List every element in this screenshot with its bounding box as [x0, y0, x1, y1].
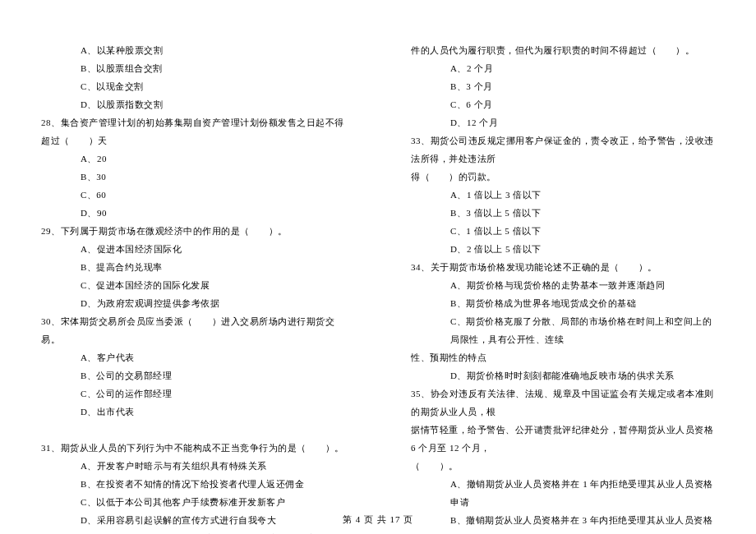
- q29-opt-a: A、促进本国经济国际化: [41, 240, 345, 258]
- q30-opt-d: D、出市代表: [41, 403, 345, 421]
- q31-opt-b: B、在投资者不知情的情况下给投资者代理人返还佣金: [41, 475, 345, 493]
- q28-opt-c: C、60: [41, 186, 345, 204]
- column-right: 件的人员代为履行职责，但代为履行职责的时间不得超过（ ）。 A、2 个月 B、3…: [378, 41, 756, 476]
- q35-stem-part2: 据情节轻重，给予警告、公开谴责批评纪律处分，暂停期货从业人员资格 6 个月至 1…: [411, 421, 715, 457]
- q27-opt-a: A、以某种股票交割: [41, 41, 345, 59]
- q31-opt-a: A、开发客户时暗示与有关组织具有特殊关系: [41, 457, 345, 475]
- q34-opt-c-part2: 性、预期性的特点: [411, 348, 715, 366]
- q34-opt-d: D、期货价格时时刻刻都能准确地反映市场的供求关系: [411, 366, 715, 384]
- q30-opt-c: C、公司的运作部经理: [41, 384, 345, 403]
- q33-opt-b: B、3 倍以上 5 倍以下: [411, 204, 715, 222]
- q29-opt-c: C、促进本国经济的国际化发展: [41, 276, 345, 294]
- q30-opt-b: B、公司的交易部经理: [41, 366, 345, 384]
- q34-opt-b: B、期货价格成为世界各地现货成交价的基础: [411, 294, 715, 312]
- q27-opt-c: C、以现金交割: [41, 77, 345, 95]
- q28-opt-a: A、20: [41, 150, 345, 168]
- q31-opt-c: C、以低于本公司其他客户手续费标准开发新客户: [41, 493, 345, 511]
- q30-stem: 30、宋体期货交易所会员应当委派（ ）进入交易所场内进行期货交易。: [41, 312, 345, 348]
- q32-opt-c: C、6 个月: [411, 95, 715, 113]
- q35-stem-part1: 35、协会对违反有关法律、法规、规章及中国证监会有关规定或者本准则的期货从业人员…: [411, 384, 715, 421]
- q35-stem-part3: （ ）。: [411, 457, 715, 475]
- q28-opt-b: B、30: [41, 168, 345, 186]
- column-left: A、以某种股票交割 B、以股票组合交割 C、以现金交割 D、以股票指数交割 28…: [0, 41, 378, 476]
- q27-opt-b: B、以股票组合交割: [41, 59, 345, 77]
- q33-opt-c: C、1 倍以上 5 倍以下: [411, 222, 715, 240]
- q28-opt-d: D、90: [41, 204, 345, 222]
- page-footer: 第 4 页 共 17 页: [0, 513, 756, 526]
- q32-opt-b: B、3 个月: [411, 77, 715, 95]
- q33-stem-part1: 33、期货公司违反规定挪用客户保证金的，责令改正，给予警告，没收违法所得，并处违…: [411, 131, 715, 168]
- q33-stem-part2: 得（ ）的罚款。: [411, 168, 715, 186]
- q32-stem-part2: 件的人员代为履行职责，但代为履行职责的时间不得超过（ ）。: [411, 41, 715, 59]
- q32-opt-d: D、12 个月: [411, 113, 715, 131]
- q30-opt-a: A、客户代表: [41, 348, 345, 366]
- q34-opt-c-part1: C、期货价格克服了分散、局部的市场价格在时间上和空间上的局限性，具有公开性、连续: [411, 312, 715, 348]
- q33-opt-d: D、2 倍以上 5 倍以下: [411, 240, 715, 258]
- q31-stem: 31、期货从业人员的下列行为中不能构成不正当竞争行为的是（ ）。: [41, 439, 345, 457]
- q34-stem: 34、关于期货市场价格发现功能论述不正确的是（ ）。: [411, 258, 715, 276]
- q34-opt-a: A、期货价格与现货价格的走势基本一致并逐渐趋同: [411, 276, 715, 294]
- q29-opt-b: B、提高合约兑现率: [41, 258, 345, 276]
- page-body: A、以某种股票交割 B、以股票组合交割 C、以现金交割 D、以股票指数交割 28…: [0, 0, 756, 501]
- q29-stem: 29、下列属于期货市场在微观经济中的作用的是（ ）。: [41, 222, 345, 240]
- q32-stem-part1: 32、期货公司可以在公司董事长失踪时，按照公司章程的规定临时决定由符合相应任职资…: [41, 529, 345, 534]
- q28-stem: 28、集合资产管理计划的初始募集期自资产管理计划份额发售之日起不得超过（ ）天: [41, 113, 345, 150]
- q27-opt-d: D、以股票指数交割: [41, 95, 345, 113]
- q33-opt-a: A、1 倍以上 3 倍以下: [411, 186, 715, 204]
- q32-opt-a: A、2 个月: [411, 59, 715, 77]
- q29-opt-d: D、为政府宏观调控提供参考依据: [41, 294, 345, 312]
- q35-opt-a: A、撤销期货从业人员资格并在 1 年内拒绝受理其从业人员资格申请: [411, 475, 715, 511]
